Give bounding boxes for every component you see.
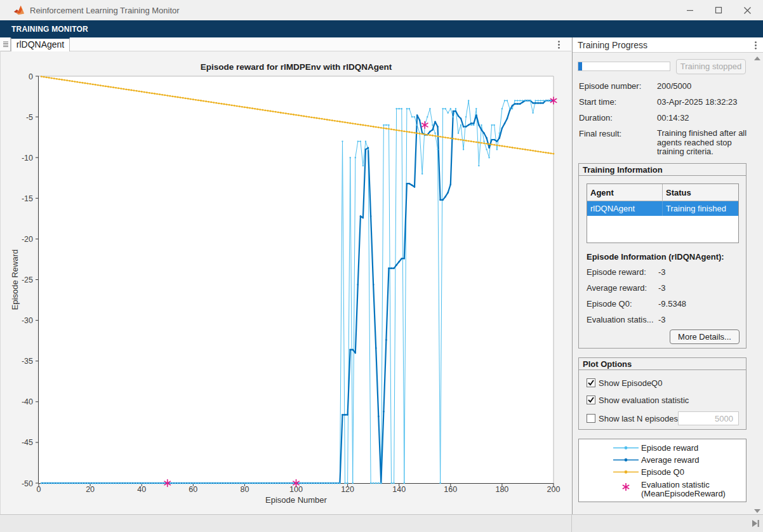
scroll-down-icon[interactable] xyxy=(753,508,762,514)
plot-options-title: Plot Options xyxy=(579,358,746,370)
duration-value: 00:14:32 xyxy=(657,113,689,123)
panel-title: Training Progress xyxy=(578,40,647,50)
show-episodeq0-label: Show EpisodeQ0 xyxy=(599,378,662,388)
evaluation-statistic-label: Evaluation statis... xyxy=(587,315,654,324)
last-n-episodes-input[interactable]: 5000 xyxy=(678,411,739,425)
training-information-group: Training Information Agent Status rlDQNA… xyxy=(578,163,746,349)
episode-q0-value: -9.5348 xyxy=(658,299,686,309)
average-reward-line-sample xyxy=(613,456,639,464)
svg-text:60: 60 xyxy=(189,485,197,494)
svg-text:-50: -50 xyxy=(22,479,33,488)
svg-text:40: 40 xyxy=(137,485,146,494)
table-header-row: Agent Status xyxy=(587,184,738,201)
close-button[interactable] xyxy=(733,0,762,20)
panel-header: Training Progress xyxy=(573,37,763,53)
maximize-button[interactable] xyxy=(704,0,733,20)
svg-text:-40: -40 xyxy=(22,397,33,406)
final-result-value: Training finished after all agents reach… xyxy=(657,129,759,157)
duration-label: Duration: xyxy=(579,113,613,123)
legend-label: Episode reward xyxy=(641,444,698,453)
svg-text:-25: -25 xyxy=(22,276,33,284)
svg-text:180: 180 xyxy=(495,485,508,494)
svg-text:-10: -10 xyxy=(22,154,33,163)
toolstrip-ribbon: TRAINING MONITOR xyxy=(0,20,763,37)
svg-text:Episode Reward: Episode Reward xyxy=(10,249,20,310)
episode-number-value: 200/5000 xyxy=(657,81,691,91)
panel-body: Training stopped Episode number: 200/500… xyxy=(573,53,763,514)
episode-number-label: Episode number: xyxy=(579,81,641,91)
show-evaluation-label: Show evaluation statistic xyxy=(599,396,689,405)
minimize-button[interactable] xyxy=(675,0,704,20)
more-details-button[interactable]: More Details... xyxy=(670,329,740,344)
svg-text:80: 80 xyxy=(240,485,249,494)
episode-q0-line-sample xyxy=(613,468,639,476)
plot-options-group: Plot Options Show EpisodeQ0 Show evaluat… xyxy=(578,357,746,430)
svg-text:Episode Number: Episode Number xyxy=(265,495,327,505)
episode-reward-line-sample xyxy=(613,444,639,452)
average-reward-label: Average reward: xyxy=(587,283,647,293)
panel-menu-icon[interactable] xyxy=(750,39,761,51)
training-information-title: Training Information xyxy=(579,164,746,176)
svg-text:20: 20 xyxy=(86,485,95,494)
show-last-n-label: Show last N episodes xyxy=(599,414,678,423)
matlab-logo-icon xyxy=(13,4,25,16)
svg-text:-5: -5 xyxy=(26,113,33,122)
training-progress-bar xyxy=(578,62,670,71)
agent-status-table[interactable]: Agent Status rlDQNAgent Training finishe… xyxy=(587,183,739,243)
start-time-label: Start time: xyxy=(579,97,616,107)
document-tabstrip: rlDQNAgent xyxy=(0,37,571,51)
episode-reward-chart[interactable]: 0204060801001201401601802000-5-10-15-20-… xyxy=(1,51,572,514)
chart-legend: Episode reward Average reward Episode Q0… xyxy=(578,439,746,502)
status-cell[interactable]: Training finished xyxy=(663,201,738,216)
training-stopped-button[interactable]: Training stopped xyxy=(676,59,746,74)
svg-text:-30: -30 xyxy=(22,316,33,325)
episode-q0-label: Episode Q0: xyxy=(587,299,632,309)
window-title: Reinforcement Learning Training Monitor xyxy=(30,6,180,15)
training-progress-panel: Training Progress Training stopped Episo… xyxy=(572,37,763,514)
svg-text:140: 140 xyxy=(392,485,406,494)
svg-text:0: 0 xyxy=(37,485,41,494)
table-row[interactable]: rlDQNAgent Training finished xyxy=(587,201,738,216)
svg-text:200: 200 xyxy=(547,485,561,494)
episode-reward-value: -3 xyxy=(658,267,666,277)
episode-reward-label: Episode reward: xyxy=(587,267,646,277)
scroll-up-icon[interactable] xyxy=(753,55,762,62)
status-column-header: Status xyxy=(663,184,738,201)
app-window: Reinforcement Learning Training Monitor … xyxy=(0,0,763,532)
show-episodeq0-checkbox[interactable] xyxy=(587,378,595,387)
tab-overflow-menu-icon[interactable] xyxy=(554,37,564,51)
start-time-value: 03-Apr-2025 18:32:23 xyxy=(657,97,737,107)
episode-information-title: Episode Information (rlDQNAgent): xyxy=(587,252,724,262)
status-bar-left xyxy=(0,515,572,532)
agent-column-header: Agent xyxy=(587,184,663,201)
svg-text:0: 0 xyxy=(29,72,33,81)
svg-text:Episode reward for rlMDPEnv wi: Episode reward for rlMDPEnv with rlDQNAg… xyxy=(201,62,392,72)
svg-text:-35: -35 xyxy=(22,357,33,366)
grip-icon xyxy=(3,41,8,47)
legend-label: Episode Q0 xyxy=(641,468,684,477)
tab-grip-cell[interactable] xyxy=(1,37,11,51)
evaluation-statistic-value: -3 xyxy=(658,315,666,324)
ribbon-tab-training-monitor[interactable]: TRAINING MONITOR xyxy=(11,25,88,34)
training-figure: 0204060801001201401601802000-5-10-15-20-… xyxy=(0,51,571,514)
window-titlebar: Reinforcement Learning Training Monitor xyxy=(0,0,763,20)
svg-text:120: 120 xyxy=(341,485,354,494)
legend-label: Evaluation statistic(MeanEpisodeReward) xyxy=(641,481,726,498)
document-tab-rldqnagent[interactable]: rlDQNAgent xyxy=(11,37,70,51)
svg-text:-45: -45 xyxy=(22,438,33,447)
evaluation-statistic-marker-sample xyxy=(613,481,639,493)
legend-label: Average reward xyxy=(641,456,700,465)
show-evaluation-checkbox[interactable] xyxy=(587,396,595,404)
svg-text:-15: -15 xyxy=(22,194,33,203)
status-bar xyxy=(0,514,763,532)
progress-fill xyxy=(578,62,582,70)
svg-text:-20: -20 xyxy=(22,235,33,244)
average-reward-value: -3 xyxy=(658,283,666,293)
agent-cell[interactable]: rlDQNAgent xyxy=(587,201,663,216)
svg-text:160: 160 xyxy=(444,485,457,494)
final-result-label: Final result: xyxy=(579,129,621,138)
skip-to-end-icon[interactable] xyxy=(749,517,762,529)
show-last-n-checkbox[interactable] xyxy=(587,414,595,423)
